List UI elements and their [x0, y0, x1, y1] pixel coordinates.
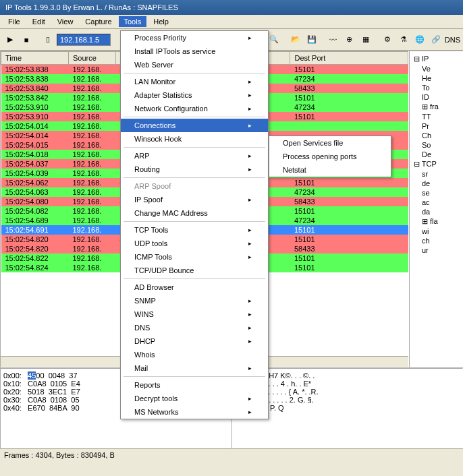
- connections-submenu[interactable]: Open Services fileProcess opening portsN…: [269, 136, 391, 177]
- menu-item[interactable]: Connections▸: [121, 119, 268, 132]
- status-bar: Frames : 4304, Bytes : 830494, B: [0, 448, 463, 462]
- open-icon[interactable]: 📂: [288, 32, 303, 47]
- submenu-item[interactable]: Process opening ports: [269, 150, 391, 163]
- menu-edit[interactable]: Edit: [27, 16, 51, 27]
- tree-item[interactable]: ⊟ IP: [412, 54, 460, 64]
- menu-item[interactable]: SNMP▸: [121, 294, 268, 307]
- tree-item[interactable]: wi: [412, 227, 460, 236]
- menu-item[interactable]: Decrypt tools▸: [121, 392, 268, 405]
- chart-icon[interactable]: 〰: [326, 32, 341, 47]
- tree-item[interactable]: ⊞ fra: [412, 102, 460, 112]
- save-icon[interactable]: 💾: [304, 32, 319, 47]
- tree-item[interactable]: sr: [412, 169, 460, 179]
- menu-item[interactable]: TCP/UDP Bounce: [121, 264, 268, 277]
- tree-item[interactable]: ac: [412, 198, 460, 207]
- menu-item[interactable]: Process Priority▸: [121, 31, 268, 44]
- grid-icon[interactable]: ▦: [358, 32, 373, 47]
- tree-item[interactable]: ch: [412, 236, 460, 245]
- dns-label: DNS: [445, 36, 460, 44]
- menu-file[interactable]: File: [3, 16, 26, 27]
- menu-item[interactable]: IP Spoof▸: [121, 193, 268, 206]
- tree-item[interactable]: ID: [412, 92, 460, 102]
- network-icon[interactable]: 🔗: [429, 32, 443, 47]
- menu-help[interactable]: Help: [148, 16, 174, 27]
- tree-item[interactable]: ⊞ fla: [412, 216, 460, 227]
- tools-menu[interactable]: Process Priority▸Install IPTools as serv…: [120, 30, 269, 419]
- menu-view[interactable]: View: [52, 16, 79, 27]
- menu-tools[interactable]: Tools: [119, 16, 147, 27]
- tree-pane[interactable]: ⊟ IPVeHeToID⊞ fraTTPrChSoDe⊟ TCPsrdeseac…: [409, 51, 463, 367]
- tree-item[interactable]: Pr: [412, 121, 460, 131]
- record-icon[interactable]: ▶: [3, 32, 18, 47]
- menu-item[interactable]: UDP tools▸: [121, 237, 268, 250]
- menu-item[interactable]: DHCP▸: [121, 334, 268, 348]
- search-icon[interactable]: 🔍: [267, 32, 281, 47]
- menu-item[interactable]: LAN Monitor▸: [121, 75, 268, 88]
- col-header[interactable]: Source: [69, 52, 116, 65]
- menu-item[interactable]: Winsock Hook: [121, 132, 268, 146]
- menu-item[interactable]: TCP Tools▸: [121, 223, 268, 237]
- menu-item[interactable]: WINS▸: [121, 307, 268, 321]
- menu-item[interactable]: Reports: [121, 378, 268, 392]
- menu-item[interactable]: Adapter Statistics▸: [121, 88, 268, 102]
- menu-capture[interactable]: Capture: [80, 16, 117, 27]
- menu-item[interactable]: MS Networks▸: [121, 405, 268, 419]
- tree-item[interactable]: Ch: [412, 131, 460, 140]
- menu-item[interactable]: Whois: [121, 348, 268, 361]
- tree-item[interactable]: da: [412, 207, 460, 216]
- menubar: FileEditViewCaptureToolsHelp: [0, 15, 463, 29]
- tree-item[interactable]: To: [412, 83, 460, 92]
- globe-icon[interactable]: 🌐: [412, 32, 427, 47]
- menu-item[interactable]: Change MAC Address: [121, 206, 268, 220]
- submenu-item[interactable]: Open Services file: [269, 136, 391, 150]
- tree-item[interactable]: De: [412, 150, 460, 159]
- tree-item[interactable]: So: [412, 140, 460, 150]
- tree-item[interactable]: de: [412, 179, 460, 188]
- tree-item[interactable]: Ve: [412, 64, 460, 73]
- menu-item[interactable]: AD Browser: [121, 280, 268, 294]
- target-icon[interactable]: ⊕: [342, 32, 357, 47]
- menu-item[interactable]: Routing▸: [121, 162, 268, 176]
- col-header[interactable]: Time: [1, 52, 69, 65]
- tree-item[interactable]: se: [412, 188, 460, 198]
- tool2-icon[interactable]: ⚗: [396, 32, 411, 47]
- menu-item[interactable]: ICMP Tools▸: [121, 250, 268, 264]
- tree-item[interactable]: ur: [412, 245, 460, 255]
- stop-icon[interactable]: ■: [19, 32, 34, 47]
- tool1-icon[interactable]: ⚙: [380, 32, 395, 47]
- menu-item: ARP Spoof: [121, 179, 268, 193]
- tree-item[interactable]: TT: [412, 112, 460, 121]
- menu-item[interactable]: Mail▸: [121, 361, 268, 375]
- menu-item[interactable]: Install IPTools as service: [121, 44, 268, 58]
- page-icon[interactable]: ▯: [40, 32, 55, 47]
- col-header[interactable]: Dest Port: [290, 52, 408, 65]
- titlebar: IP Tools 1.99.3.0 By Erwan L. / RunAs : …: [0, 0, 463, 15]
- menu-item[interactable]: DNS▸: [121, 321, 268, 334]
- ip-input[interactable]: [57, 34, 111, 46]
- menu-item[interactable]: Network Configuration▸: [121, 102, 268, 115]
- tree-item[interactable]: ⊟ TCP: [412, 159, 460, 169]
- tree-item[interactable]: He: [412, 73, 460, 83]
- menu-item[interactable]: Web Server: [121, 58, 268, 71]
- submenu-item[interactable]: Netstat: [269, 163, 391, 177]
- menu-item[interactable]: ARP▸: [121, 149, 268, 162]
